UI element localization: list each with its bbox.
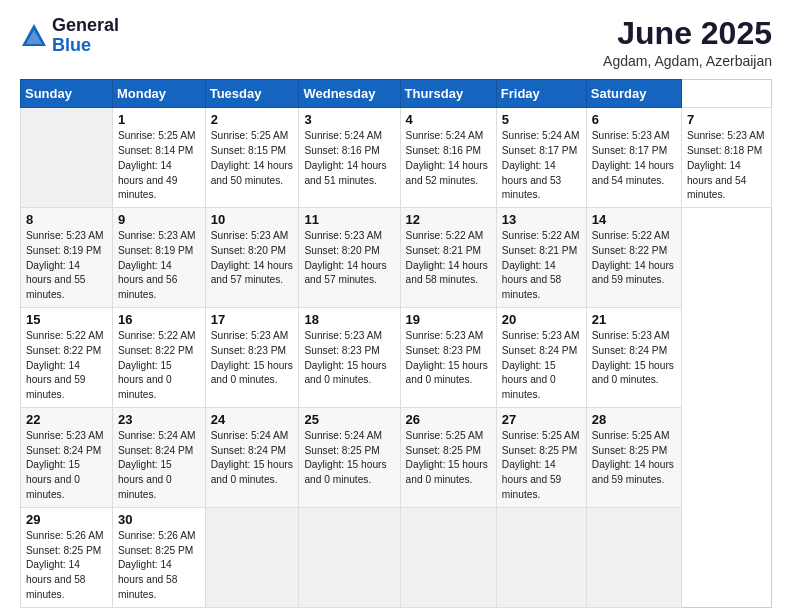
day-number: 2 xyxy=(211,112,294,127)
day-number: 4 xyxy=(406,112,491,127)
calendar-cell xyxy=(21,108,113,208)
day-number: 18 xyxy=(304,312,394,327)
cell-info: Sunrise: 5:23 AMSunset: 8:24 PMDaylight:… xyxy=(592,330,674,385)
cell-info: Sunrise: 5:23 AMSunset: 8:20 PMDaylight:… xyxy=(304,230,386,285)
cell-info: Sunrise: 5:24 AMSunset: 8:16 PMDaylight:… xyxy=(406,130,488,185)
calendar-cell: 29Sunrise: 5:26 AMSunset: 8:25 PMDayligh… xyxy=(21,507,113,607)
calendar-cell: 3Sunrise: 5:24 AMSunset: 8:16 PMDaylight… xyxy=(299,108,400,208)
day-number: 8 xyxy=(26,212,107,227)
calendar-cell: 21Sunrise: 5:23 AMSunset: 8:24 PMDayligh… xyxy=(586,308,681,408)
calendar-cell: 1Sunrise: 5:25 AMSunset: 8:14 PMDaylight… xyxy=(112,108,205,208)
calendar-body: 1Sunrise: 5:25 AMSunset: 8:14 PMDaylight… xyxy=(21,108,772,608)
cell-info: Sunrise: 5:23 AMSunset: 8:18 PMDaylight:… xyxy=(687,130,765,200)
calendar-cell: 16Sunrise: 5:22 AMSunset: 8:22 PMDayligh… xyxy=(112,308,205,408)
calendar-cell xyxy=(205,507,299,607)
calendar-cell: 17Sunrise: 5:23 AMSunset: 8:23 PMDayligh… xyxy=(205,308,299,408)
logo-general: General xyxy=(52,16,119,36)
calendar-cell: 25Sunrise: 5:24 AMSunset: 8:25 PMDayligh… xyxy=(299,407,400,507)
day-number: 3 xyxy=(304,112,394,127)
cell-info: Sunrise: 5:26 AMSunset: 8:25 PMDaylight:… xyxy=(26,530,104,600)
header-day-wednesday: Wednesday xyxy=(299,80,400,108)
day-number: 10 xyxy=(211,212,294,227)
calendar-cell: 22Sunrise: 5:23 AMSunset: 8:24 PMDayligh… xyxy=(21,407,113,507)
cell-info: Sunrise: 5:22 AMSunset: 8:22 PMDaylight:… xyxy=(592,230,674,285)
calendar-cell: 2Sunrise: 5:25 AMSunset: 8:15 PMDaylight… xyxy=(205,108,299,208)
day-number: 20 xyxy=(502,312,581,327)
day-number: 22 xyxy=(26,412,107,427)
week-row-2: 8Sunrise: 5:23 AMSunset: 8:19 PMDaylight… xyxy=(21,208,772,308)
title-area: June 2025 Agdam, Agdam, Azerbaijan xyxy=(603,16,772,69)
calendar-cell: 24Sunrise: 5:24 AMSunset: 8:24 PMDayligh… xyxy=(205,407,299,507)
day-number: 25 xyxy=(304,412,394,427)
day-number: 9 xyxy=(118,212,200,227)
header-day-saturday: Saturday xyxy=(586,80,681,108)
cell-info: Sunrise: 5:26 AMSunset: 8:25 PMDaylight:… xyxy=(118,530,196,600)
cell-info: Sunrise: 5:23 AMSunset: 8:23 PMDaylight:… xyxy=(211,330,293,385)
day-number: 29 xyxy=(26,512,107,527)
calendar-header: SundayMondayTuesdayWednesdayThursdayFrid… xyxy=(21,80,772,108)
page: General Blue June 2025 Agdam, Agdam, Aze… xyxy=(0,0,792,612)
logo-text: General Blue xyxy=(52,16,119,56)
day-number: 26 xyxy=(406,412,491,427)
calendar-cell: 13Sunrise: 5:22 AMSunset: 8:21 PMDayligh… xyxy=(496,208,586,308)
day-number: 30 xyxy=(118,512,200,527)
cell-info: Sunrise: 5:23 AMSunset: 8:23 PMDaylight:… xyxy=(406,330,488,385)
calendar-cell xyxy=(586,507,681,607)
logo-blue: Blue xyxy=(52,36,119,56)
calendar-cell: 10Sunrise: 5:23 AMSunset: 8:20 PMDayligh… xyxy=(205,208,299,308)
header-day-sunday: Sunday xyxy=(21,80,113,108)
header-day-thursday: Thursday xyxy=(400,80,496,108)
day-number: 28 xyxy=(592,412,676,427)
cell-info: Sunrise: 5:24 AMSunset: 8:24 PMDaylight:… xyxy=(118,430,196,500)
day-number: 6 xyxy=(592,112,676,127)
week-row-3: 15Sunrise: 5:22 AMSunset: 8:22 PMDayligh… xyxy=(21,308,772,408)
day-number: 17 xyxy=(211,312,294,327)
cell-info: Sunrise: 5:22 AMSunset: 8:22 PMDaylight:… xyxy=(118,330,196,400)
calendar-cell: 19Sunrise: 5:23 AMSunset: 8:23 PMDayligh… xyxy=(400,308,496,408)
calendar-cell xyxy=(400,507,496,607)
cell-info: Sunrise: 5:23 AMSunset: 8:17 PMDaylight:… xyxy=(592,130,674,185)
cell-info: Sunrise: 5:24 AMSunset: 8:17 PMDaylight:… xyxy=(502,130,580,200)
calendar-cell: 9Sunrise: 5:23 AMSunset: 8:19 PMDaylight… xyxy=(112,208,205,308)
day-number: 24 xyxy=(211,412,294,427)
cell-info: Sunrise: 5:24 AMSunset: 8:16 PMDaylight:… xyxy=(304,130,386,185)
day-number: 11 xyxy=(304,212,394,227)
week-row-5: 29Sunrise: 5:26 AMSunset: 8:25 PMDayligh… xyxy=(21,507,772,607)
header-day-friday: Friday xyxy=(496,80,586,108)
calendar-cell: 30Sunrise: 5:26 AMSunset: 8:25 PMDayligh… xyxy=(112,507,205,607)
calendar-cell: 18Sunrise: 5:23 AMSunset: 8:23 PMDayligh… xyxy=(299,308,400,408)
calendar-cell: 26Sunrise: 5:25 AMSunset: 8:25 PMDayligh… xyxy=(400,407,496,507)
calendar-cell: 8Sunrise: 5:23 AMSunset: 8:19 PMDaylight… xyxy=(21,208,113,308)
day-number: 27 xyxy=(502,412,581,427)
calendar-cell: 15Sunrise: 5:22 AMSunset: 8:22 PMDayligh… xyxy=(21,308,113,408)
day-number: 21 xyxy=(592,312,676,327)
week-row-4: 22Sunrise: 5:23 AMSunset: 8:24 PMDayligh… xyxy=(21,407,772,507)
cell-info: Sunrise: 5:23 AMSunset: 8:19 PMDaylight:… xyxy=(26,230,104,300)
header-day-monday: Monday xyxy=(112,80,205,108)
cell-info: Sunrise: 5:23 AMSunset: 8:24 PMDaylight:… xyxy=(502,330,580,400)
cell-info: Sunrise: 5:22 AMSunset: 8:22 PMDaylight:… xyxy=(26,330,104,400)
day-number: 1 xyxy=(118,112,200,127)
day-number: 15 xyxy=(26,312,107,327)
cell-info: Sunrise: 5:25 AMSunset: 8:25 PMDaylight:… xyxy=(592,430,674,485)
calendar-cell: 27Sunrise: 5:25 AMSunset: 8:25 PMDayligh… xyxy=(496,407,586,507)
day-number: 13 xyxy=(502,212,581,227)
cell-info: Sunrise: 5:23 AMSunset: 8:20 PMDaylight:… xyxy=(211,230,293,285)
day-number: 16 xyxy=(118,312,200,327)
calendar-cell: 14Sunrise: 5:22 AMSunset: 8:22 PMDayligh… xyxy=(586,208,681,308)
cell-info: Sunrise: 5:25 AMSunset: 8:14 PMDaylight:… xyxy=(118,130,196,200)
calendar-cell: 11Sunrise: 5:23 AMSunset: 8:20 PMDayligh… xyxy=(299,208,400,308)
day-number: 14 xyxy=(592,212,676,227)
day-number: 7 xyxy=(687,112,766,127)
month-title: June 2025 xyxy=(603,16,772,51)
week-row-1: 1Sunrise: 5:25 AMSunset: 8:14 PMDaylight… xyxy=(21,108,772,208)
header-row: SundayMondayTuesdayWednesdayThursdayFrid… xyxy=(21,80,772,108)
logo-icon xyxy=(20,22,48,50)
header: General Blue June 2025 Agdam, Agdam, Aze… xyxy=(20,16,772,69)
location: Agdam, Agdam, Azerbaijan xyxy=(603,53,772,69)
calendar-cell: 28Sunrise: 5:25 AMSunset: 8:25 PMDayligh… xyxy=(586,407,681,507)
calendar-cell: 20Sunrise: 5:23 AMSunset: 8:24 PMDayligh… xyxy=(496,308,586,408)
calendar-cell: 4Sunrise: 5:24 AMSunset: 8:16 PMDaylight… xyxy=(400,108,496,208)
cell-info: Sunrise: 5:22 AMSunset: 8:21 PMDaylight:… xyxy=(406,230,488,285)
calendar-table: SundayMondayTuesdayWednesdayThursdayFrid… xyxy=(20,79,772,608)
